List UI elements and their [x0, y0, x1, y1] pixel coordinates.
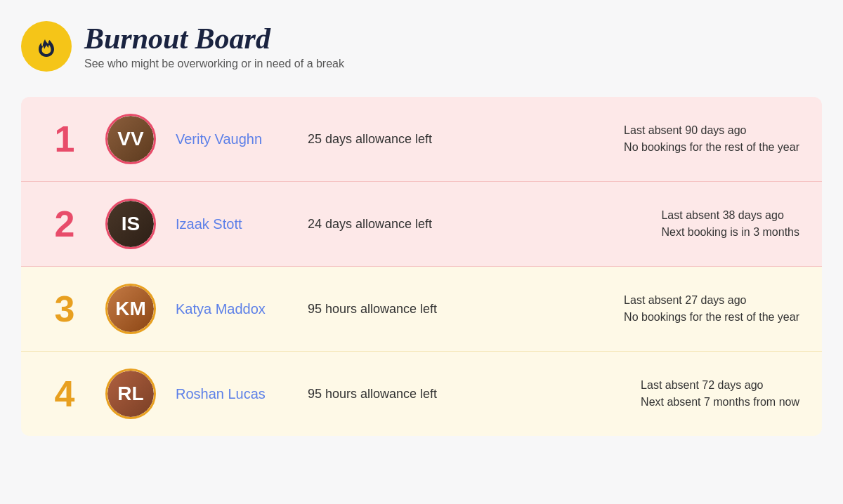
table-row: 4 RL Roshan Lucas 95 hours allowance lef… — [21, 352, 822, 436]
person-name[interactable]: Roshan Lucas — [176, 386, 288, 402]
page-subtitle: See who might be overworking or in need … — [84, 58, 344, 70]
avatar: VV — [105, 114, 156, 164]
burnout-board: 1 VV Verity Vaughn 25 days allowance lef… — [21, 97, 822, 436]
avatar: KM — [105, 284, 156, 334]
avatar: RL — [105, 369, 156, 419]
header-text: Burnout Board See who might be overworki… — [84, 22, 344, 70]
avatar-initials: KM — [107, 286, 154, 332]
flame-icon — [33, 33, 60, 60]
person-details: Last absent 38 days ago Next booking is … — [661, 209, 799, 239]
person-details: Last absent 72 days ago Next absent 7 mo… — [641, 379, 799, 409]
page-title: Burnout Board — [84, 22, 344, 55]
avatar-initials: VV — [107, 116, 154, 162]
table-row: 2 IS Izaak Stott 24 days allowance left … — [21, 182, 822, 267]
detail-line-1: Last absent 72 days ago — [641, 379, 799, 392]
detail-line-2: No bookings for the rest of the year — [624, 141, 799, 154]
allowance-text: 24 days allowance left — [308, 217, 469, 232]
page-header: Burnout Board See who might be overworki… — [21, 21, 822, 72]
avatar-initials: RL — [107, 371, 154, 417]
detail-line-2: No bookings for the rest of the year — [624, 311, 799, 324]
allowance-text: 95 hours allowance left — [308, 302, 469, 317]
person-details: Last absent 90 days ago No bookings for … — [624, 124, 799, 154]
detail-line-2: Next absent 7 months from now — [641, 396, 799, 409]
detail-line-1: Last absent 38 days ago — [661, 209, 799, 222]
person-name[interactable]: Izaak Stott — [176, 216, 288, 232]
avatar-initials: IS — [107, 201, 154, 247]
detail-line-1: Last absent 90 days ago — [624, 124, 799, 137]
allowance-text: 95 hours allowance left — [308, 387, 469, 402]
detail-line-1: Last absent 27 days ago — [624, 294, 799, 307]
person-name[interactable]: Katya Maddox — [176, 301, 288, 317]
detail-line-2: Next booking is in 3 months — [661, 226, 799, 239]
table-row: 3 KM Katya Maddox 95 hours allowance lef… — [21, 267, 822, 352]
logo-circle — [21, 21, 72, 72]
rank-number: 2 — [44, 206, 86, 242]
avatar: IS — [105, 199, 156, 249]
allowance-text: 25 days allowance left — [308, 132, 469, 147]
person-name[interactable]: Verity Vaughn — [176, 131, 288, 147]
rank-number: 1 — [44, 121, 86, 157]
table-row: 1 VV Verity Vaughn 25 days allowance lef… — [21, 97, 822, 182]
rank-number: 3 — [44, 291, 86, 327]
person-details: Last absent 27 days ago No bookings for … — [624, 294, 799, 324]
rank-number: 4 — [44, 376, 86, 412]
